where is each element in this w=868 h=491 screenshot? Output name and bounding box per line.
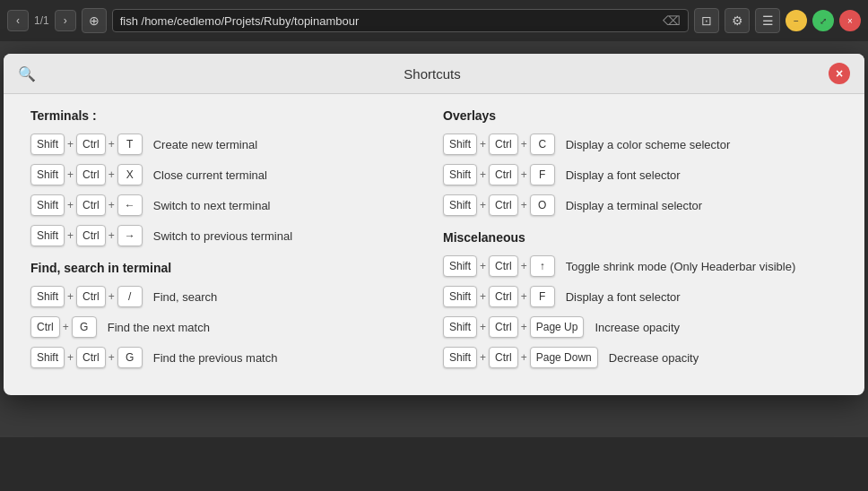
address-text: fish /home/cedlemo/Projets/Ruby/topinamb…: [120, 14, 360, 28]
misc-section-title: Miscelaneous: [443, 230, 838, 245]
close-window-button[interactable]: ×: [839, 10, 861, 31]
title-bar: ‹ 1/1 › ⊕ fish /home/cedlemo/Projets/Rub…: [0, 0, 868, 41]
key-ctrl: Ctrl: [76, 194, 106, 216]
pin-button[interactable]: ⊕: [82, 8, 107, 33]
menu-button[interactable]: ☰: [755, 8, 780, 33]
key-slash: /: [117, 286, 143, 307]
search-icon: 🔍: [18, 65, 36, 82]
shortcut-font-selector-misc: Shift + Ctrl + F Display a font selector: [443, 286, 838, 307]
key-shift: Shift: [443, 347, 477, 368]
key-shift: Shift: [30, 225, 65, 246]
minimize-button[interactable]: −: [786, 10, 807, 31]
dialog-body: Terminals : Shift + Ctrl + T Create new …: [4, 94, 864, 395]
key-shift: Shift: [443, 164, 477, 185]
key-left: ←: [117, 194, 143, 216]
shortcut-prev-terminal: Shift + Ctrl + → Switch to previous term…: [30, 225, 425, 246]
shortcut-shrink-mode: Shift + Ctrl + ↑ Toggle shrink mode (Onl…: [443, 255, 838, 277]
desc-font-selector: Display a font selector: [566, 168, 681, 182]
key-shift: Shift: [443, 255, 477, 277]
key-right: →: [117, 225, 143, 246]
desc-terminal-selector: Display a terminal selector: [566, 199, 702, 212]
key-ctrl: Ctrl: [76, 286, 106, 307]
shortcut-new-terminal: Shift + Ctrl + T Create new terminal: [30, 134, 425, 155]
terminal-area: [0, 437, 868, 491]
address-bar[interactable]: fish /home/cedlemo/Projets/Ruby/topinamb…: [112, 9, 689, 32]
shortcut-close-terminal: Shift + Ctrl + X Close current terminal: [30, 164, 425, 185]
desc-new-terminal: Create new terminal: [153, 138, 257, 151]
desc-close-terminal: Close current terminal: [153, 168, 267, 182]
section-overlays: Overlays Shift + Ctrl + C Display a colo…: [434, 108, 846, 377]
section-terminals: Terminals : Shift + Ctrl + T Create new …: [22, 108, 434, 377]
desc-prev-terminal: Switch to previous terminal: [153, 229, 292, 243]
shortcut-find-prev: Shift + Ctrl + G Find the previous match: [30, 347, 425, 368]
desc-decrease-opacity: Decrease opacity: [609, 351, 699, 365]
key-shift: Shift: [443, 286, 477, 307]
key-ctrl: Ctrl: [76, 164, 106, 185]
key-ctrl: Ctrl: [489, 134, 518, 155]
key-shift: Shift: [30, 134, 65, 155]
desc-shrink-mode: Toggle shrink mode (Only Headerbar visib…: [566, 260, 796, 273]
key-ctrl: Ctrl: [489, 194, 518, 216]
key-page-down: Page Down: [530, 347, 598, 368]
key-f2: F: [530, 286, 555, 307]
settings-button[interactable]: ⚙: [725, 8, 750, 33]
screen-button[interactable]: ⊡: [694, 8, 719, 33]
key-g: G: [72, 316, 97, 338]
nav-forward-button[interactable]: ›: [55, 10, 76, 31]
key-ctrl: Ctrl: [76, 134, 106, 155]
key-ctrl: Ctrl: [489, 255, 518, 277]
shortcut-color-scheme: Shift + Ctrl + C Display a color scheme …: [443, 134, 838, 155]
shortcut-font-selector: Shift + Ctrl + F Display a font selector: [443, 164, 838, 185]
key-f: F: [530, 164, 555, 185]
key-shift: Shift: [443, 316, 477, 338]
find-section-title: Find, search in terminal: [30, 261, 425, 275]
dialog-title: Shortcuts: [45, 66, 820, 82]
key-page-up: Page Up: [530, 316, 585, 338]
key-o: O: [530, 194, 555, 216]
key-ctrl: Ctrl: [76, 347, 106, 368]
key-ctrl: Ctrl: [489, 164, 518, 185]
key-ctrl: Ctrl: [30, 316, 60, 338]
key-ctrl: Ctrl: [76, 225, 106, 246]
key-shift: Shift: [30, 194, 65, 216]
shortcuts-dialog: 🔍 Shortcuts × Terminals : Shift + Ctrl +…: [4, 54, 864, 395]
shortcut-decrease-opacity: Shift + Ctrl + Page Down Decrease opacit…: [443, 347, 838, 368]
key-shift: Shift: [30, 347, 65, 368]
desc-increase-opacity: Increase opacity: [595, 321, 680, 334]
page-count: 1/1: [34, 14, 49, 27]
shortcut-terminal-selector: Shift + Ctrl + O Display a terminal sele…: [443, 194, 838, 216]
shortcut-increase-opacity: Shift + Ctrl + Page Up Increase opacity: [443, 316, 838, 338]
clear-address-button[interactable]: ⌫: [663, 13, 681, 28]
key-ctrl: Ctrl: [489, 347, 518, 368]
desc-font-selector-misc: Display a font selector: [566, 290, 681, 304]
gear-icon: ⚙: [732, 13, 743, 28]
key-ctrl: Ctrl: [489, 316, 518, 338]
key-shift: Shift: [443, 134, 477, 155]
close-dialog-button[interactable]: ×: [829, 63, 850, 84]
key-shift: Shift: [443, 194, 477, 216]
key-shift: Shift: [30, 286, 65, 307]
maximize-button[interactable]: ⤢: [812, 10, 834, 31]
key-x: X: [117, 164, 143, 185]
shortcut-find-next: Ctrl + G Find the next match: [30, 316, 425, 338]
key-ctrl: Ctrl: [489, 286, 518, 307]
menu-icon: ☰: [762, 13, 774, 28]
key-g: G: [117, 347, 143, 368]
nav-back-button[interactable]: ‹: [7, 10, 29, 31]
desc-color-scheme: Display a color scheme selector: [566, 138, 731, 151]
key-shift: Shift: [30, 164, 65, 185]
screen-icon: ⊡: [701, 13, 712, 28]
desc-find-prev: Find the previous match: [153, 351, 278, 365]
desc-find-next: Find the next match: [108, 321, 210, 334]
key-t: T: [117, 134, 143, 155]
key-up-arrow: ↑: [530, 255, 555, 277]
pin-icon: ⊕: [89, 13, 100, 28]
terminals-section-title: Terminals :: [30, 108, 425, 123]
desc-next-terminal: Switch to next terminal: [153, 199, 271, 212]
shortcut-find: Shift + Ctrl + / Find, search: [30, 286, 425, 307]
shortcut-next-terminal: Shift + Ctrl + ← Switch to next terminal: [30, 194, 425, 216]
dialog-header: 🔍 Shortcuts ×: [4, 54, 864, 94]
overlays-section-title: Overlays: [443, 108, 838, 123]
key-c: C: [530, 134, 555, 155]
desc-find: Find, search: [153, 290, 218, 304]
